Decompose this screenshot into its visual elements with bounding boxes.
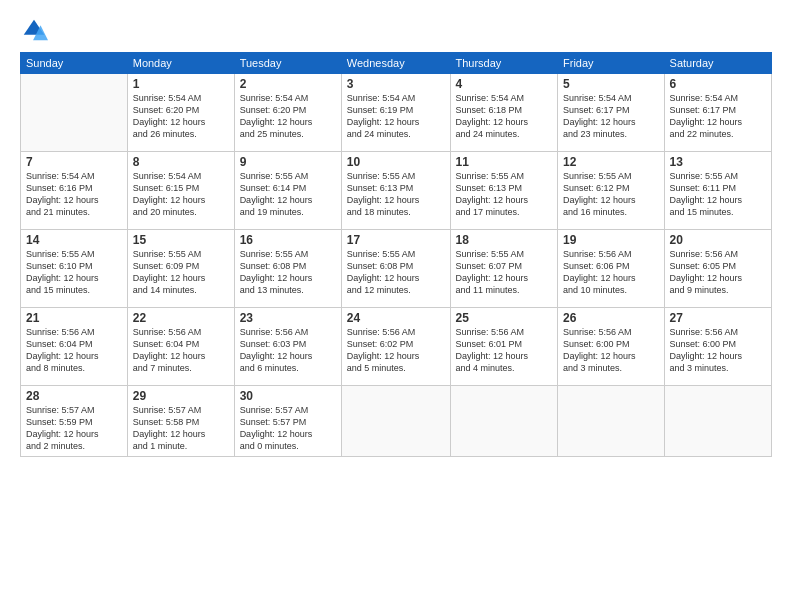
day-info: Sunrise: 5:54 AMSunset: 6:20 PMDaylight:… bbox=[240, 92, 336, 141]
day-info: Sunrise: 5:56 AMSunset: 6:02 PMDaylight:… bbox=[347, 326, 445, 375]
week-row-3: 21Sunrise: 5:56 AMSunset: 6:04 PMDayligh… bbox=[21, 308, 772, 386]
header bbox=[20, 16, 772, 44]
weekday-header-thursday: Thursday bbox=[450, 53, 558, 74]
day-info: Sunrise: 5:54 AMSunset: 6:20 PMDaylight:… bbox=[133, 92, 229, 141]
calendar-cell: 25Sunrise: 5:56 AMSunset: 6:01 PMDayligh… bbox=[450, 308, 558, 386]
day-number: 25 bbox=[456, 311, 553, 325]
day-number: 8 bbox=[133, 155, 229, 169]
page: SundayMondayTuesdayWednesdayThursdayFrid… bbox=[0, 0, 792, 612]
calendar-cell: 27Sunrise: 5:56 AMSunset: 6:00 PMDayligh… bbox=[664, 308, 771, 386]
day-info: Sunrise: 5:55 AMSunset: 6:11 PMDaylight:… bbox=[670, 170, 766, 219]
calendar-cell: 23Sunrise: 5:56 AMSunset: 6:03 PMDayligh… bbox=[234, 308, 341, 386]
day-info: Sunrise: 5:56 AMSunset: 6:03 PMDaylight:… bbox=[240, 326, 336, 375]
day-number: 9 bbox=[240, 155, 336, 169]
calendar-cell: 6Sunrise: 5:54 AMSunset: 6:17 PMDaylight… bbox=[664, 74, 771, 152]
day-info: Sunrise: 5:54 AMSunset: 6:16 PMDaylight:… bbox=[26, 170, 122, 219]
calendar-cell: 29Sunrise: 5:57 AMSunset: 5:58 PMDayligh… bbox=[127, 386, 234, 457]
calendar-table: SundayMondayTuesdayWednesdayThursdayFrid… bbox=[20, 52, 772, 457]
calendar-cell: 3Sunrise: 5:54 AMSunset: 6:19 PMDaylight… bbox=[341, 74, 450, 152]
calendar-cell: 21Sunrise: 5:56 AMSunset: 6:04 PMDayligh… bbox=[21, 308, 128, 386]
day-number: 18 bbox=[456, 233, 553, 247]
day-number: 5 bbox=[563, 77, 659, 91]
day-info: Sunrise: 5:54 AMSunset: 6:19 PMDaylight:… bbox=[347, 92, 445, 141]
calendar-cell bbox=[21, 74, 128, 152]
day-number: 27 bbox=[670, 311, 766, 325]
calendar-cell: 15Sunrise: 5:55 AMSunset: 6:09 PMDayligh… bbox=[127, 230, 234, 308]
day-number: 30 bbox=[240, 389, 336, 403]
calendar-cell: 9Sunrise: 5:55 AMSunset: 6:14 PMDaylight… bbox=[234, 152, 341, 230]
week-row-1: 7Sunrise: 5:54 AMSunset: 6:16 PMDaylight… bbox=[21, 152, 772, 230]
calendar-cell: 4Sunrise: 5:54 AMSunset: 6:18 PMDaylight… bbox=[450, 74, 558, 152]
weekday-header-saturday: Saturday bbox=[664, 53, 771, 74]
day-info: Sunrise: 5:55 AMSunset: 6:10 PMDaylight:… bbox=[26, 248, 122, 297]
day-number: 4 bbox=[456, 77, 553, 91]
day-info: Sunrise: 5:55 AMSunset: 6:09 PMDaylight:… bbox=[133, 248, 229, 297]
day-number: 17 bbox=[347, 233, 445, 247]
calendar-cell: 5Sunrise: 5:54 AMSunset: 6:17 PMDaylight… bbox=[558, 74, 665, 152]
day-number: 11 bbox=[456, 155, 553, 169]
weekday-header-friday: Friday bbox=[558, 53, 665, 74]
day-number: 2 bbox=[240, 77, 336, 91]
weekday-header-monday: Monday bbox=[127, 53, 234, 74]
day-info: Sunrise: 5:54 AMSunset: 6:15 PMDaylight:… bbox=[133, 170, 229, 219]
day-number: 15 bbox=[133, 233, 229, 247]
day-number: 12 bbox=[563, 155, 659, 169]
calendar-cell: 28Sunrise: 5:57 AMSunset: 5:59 PMDayligh… bbox=[21, 386, 128, 457]
calendar-cell: 11Sunrise: 5:55 AMSunset: 6:13 PMDayligh… bbox=[450, 152, 558, 230]
logo-icon bbox=[20, 16, 48, 44]
day-info: Sunrise: 5:56 AMSunset: 6:04 PMDaylight:… bbox=[26, 326, 122, 375]
calendar-cell: 7Sunrise: 5:54 AMSunset: 6:16 PMDaylight… bbox=[21, 152, 128, 230]
day-info: Sunrise: 5:55 AMSunset: 6:12 PMDaylight:… bbox=[563, 170, 659, 219]
day-info: Sunrise: 5:54 AMSunset: 6:17 PMDaylight:… bbox=[670, 92, 766, 141]
day-number: 28 bbox=[26, 389, 122, 403]
day-info: Sunrise: 5:55 AMSunset: 6:13 PMDaylight:… bbox=[456, 170, 553, 219]
day-info: Sunrise: 5:55 AMSunset: 6:13 PMDaylight:… bbox=[347, 170, 445, 219]
day-info: Sunrise: 5:54 AMSunset: 6:17 PMDaylight:… bbox=[563, 92, 659, 141]
calendar-cell: 2Sunrise: 5:54 AMSunset: 6:20 PMDaylight… bbox=[234, 74, 341, 152]
week-row-2: 14Sunrise: 5:55 AMSunset: 6:10 PMDayligh… bbox=[21, 230, 772, 308]
day-info: Sunrise: 5:56 AMSunset: 6:00 PMDaylight:… bbox=[670, 326, 766, 375]
day-info: Sunrise: 5:55 AMSunset: 6:08 PMDaylight:… bbox=[347, 248, 445, 297]
day-number: 7 bbox=[26, 155, 122, 169]
day-number: 26 bbox=[563, 311, 659, 325]
day-info: Sunrise: 5:56 AMSunset: 6:00 PMDaylight:… bbox=[563, 326, 659, 375]
day-number: 19 bbox=[563, 233, 659, 247]
day-info: Sunrise: 5:56 AMSunset: 6:06 PMDaylight:… bbox=[563, 248, 659, 297]
week-row-0: 1Sunrise: 5:54 AMSunset: 6:20 PMDaylight… bbox=[21, 74, 772, 152]
weekday-header-tuesday: Tuesday bbox=[234, 53, 341, 74]
day-number: 23 bbox=[240, 311, 336, 325]
day-info: Sunrise: 5:56 AMSunset: 6:04 PMDaylight:… bbox=[133, 326, 229, 375]
day-info: Sunrise: 5:55 AMSunset: 6:14 PMDaylight:… bbox=[240, 170, 336, 219]
calendar-cell bbox=[450, 386, 558, 457]
weekday-header-sunday: Sunday bbox=[21, 53, 128, 74]
week-row-4: 28Sunrise: 5:57 AMSunset: 5:59 PMDayligh… bbox=[21, 386, 772, 457]
calendar-cell: 13Sunrise: 5:55 AMSunset: 6:11 PMDayligh… bbox=[664, 152, 771, 230]
day-number: 16 bbox=[240, 233, 336, 247]
calendar-cell: 30Sunrise: 5:57 AMSunset: 5:57 PMDayligh… bbox=[234, 386, 341, 457]
day-number: 21 bbox=[26, 311, 122, 325]
calendar-cell: 10Sunrise: 5:55 AMSunset: 6:13 PMDayligh… bbox=[341, 152, 450, 230]
weekday-header-wednesday: Wednesday bbox=[341, 53, 450, 74]
day-number: 20 bbox=[670, 233, 766, 247]
day-number: 6 bbox=[670, 77, 766, 91]
day-info: Sunrise: 5:56 AMSunset: 6:01 PMDaylight:… bbox=[456, 326, 553, 375]
logo bbox=[20, 16, 52, 44]
day-number: 13 bbox=[670, 155, 766, 169]
day-info: Sunrise: 5:56 AMSunset: 6:05 PMDaylight:… bbox=[670, 248, 766, 297]
calendar-cell: 17Sunrise: 5:55 AMSunset: 6:08 PMDayligh… bbox=[341, 230, 450, 308]
day-info: Sunrise: 5:57 AMSunset: 5:58 PMDaylight:… bbox=[133, 404, 229, 453]
day-info: Sunrise: 5:57 AMSunset: 5:59 PMDaylight:… bbox=[26, 404, 122, 453]
calendar-cell: 12Sunrise: 5:55 AMSunset: 6:12 PMDayligh… bbox=[558, 152, 665, 230]
calendar-cell: 8Sunrise: 5:54 AMSunset: 6:15 PMDaylight… bbox=[127, 152, 234, 230]
calendar-cell bbox=[558, 386, 665, 457]
day-info: Sunrise: 5:54 AMSunset: 6:18 PMDaylight:… bbox=[456, 92, 553, 141]
day-number: 1 bbox=[133, 77, 229, 91]
calendar-cell: 26Sunrise: 5:56 AMSunset: 6:00 PMDayligh… bbox=[558, 308, 665, 386]
day-info: Sunrise: 5:55 AMSunset: 6:08 PMDaylight:… bbox=[240, 248, 336, 297]
calendar-cell: 22Sunrise: 5:56 AMSunset: 6:04 PMDayligh… bbox=[127, 308, 234, 386]
calendar-cell: 14Sunrise: 5:55 AMSunset: 6:10 PMDayligh… bbox=[21, 230, 128, 308]
day-number: 29 bbox=[133, 389, 229, 403]
calendar-cell: 24Sunrise: 5:56 AMSunset: 6:02 PMDayligh… bbox=[341, 308, 450, 386]
calendar-cell: 18Sunrise: 5:55 AMSunset: 6:07 PMDayligh… bbox=[450, 230, 558, 308]
calendar-cell: 16Sunrise: 5:55 AMSunset: 6:08 PMDayligh… bbox=[234, 230, 341, 308]
